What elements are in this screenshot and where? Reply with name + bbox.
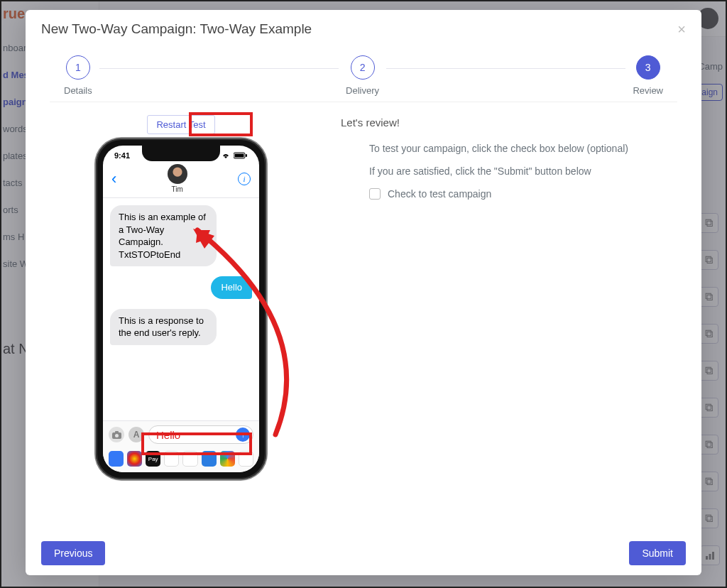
message-incoming: This is a response to the end user's rep…	[110, 309, 217, 345]
step-number: 1	[66, 55, 90, 80]
tray-app-icon[interactable]	[182, 451, 197, 467]
tray-app-icon[interactable]	[109, 451, 124, 467]
step-number: 3	[636, 55, 660, 80]
step-review[interactable]: 3 Review	[625, 55, 670, 96]
previous-button[interactable]: Previous	[41, 541, 105, 565]
preview-column: Restart Test 9:41	[50, 115, 312, 479]
tray-app-icon[interactable]	[220, 451, 235, 467]
phone-screen: 9:41 ‹ Ti	[103, 146, 259, 472]
review-column: Let's review! To test your campaign, cli…	[327, 115, 677, 479]
message-outgoing: Hello	[211, 276, 252, 299]
message-input-bar: A Hello ↑	[103, 420, 259, 448]
phone-preview: 9:41 ‹ Ti	[96, 138, 266, 479]
contact-name: Tim	[168, 185, 187, 193]
status-time: 9:41	[114, 151, 130, 160]
review-instruction-2: If you are satisfied, click the "Submit"…	[341, 165, 677, 177]
phone-frame: 9:41 ‹ Ti	[96, 138, 266, 479]
wifi-icon	[221, 152, 231, 159]
contact-avatar	[168, 164, 187, 184]
send-button[interactable]: ↑	[236, 428, 250, 442]
info-icon[interactable]: i	[238, 173, 251, 185]
tray-app-icon[interactable]	[164, 451, 179, 467]
back-chevron-icon[interactable]: ‹	[111, 170, 116, 188]
message-incoming: This is an example of a Two-Way Campaign…	[110, 205, 217, 266]
svg-point-12	[115, 434, 119, 437]
app-tray: Pay	[103, 448, 259, 472]
step-delivery[interactable]: 2 Delivery	[339, 55, 386, 96]
step-label: Delivery	[346, 85, 379, 96]
step-label: Review	[633, 85, 663, 96]
tray-app-icon[interactable]	[202, 451, 217, 467]
appstore-icon[interactable]: A	[129, 427, 144, 442]
restart-test-button[interactable]: Restart Test	[147, 115, 214, 134]
camera-icon[interactable]	[109, 427, 124, 442]
messages-list: This is an example of a Two-Way Campaign…	[103, 198, 259, 420]
modal-title: New Two-Way Campaign: Two-Way Example	[41, 21, 312, 37]
content-row: Restart Test 9:41	[50, 115, 677, 479]
tray-app-icon[interactable]	[239, 451, 253, 467]
svg-rect-8	[235, 154, 244, 158]
message-input[interactable]: Hello ↑	[148, 425, 253, 444]
test-campaign-checkbox[interactable]	[369, 188, 381, 200]
tray-app-icon[interactable]: Pay	[146, 451, 160, 467]
review-instruction-1: To test your campaign, click the check b…	[341, 143, 677, 154]
step-number: 2	[351, 55, 375, 80]
modal-body: 1 Details 2 Delivery 3 Review Restart Te…	[26, 48, 701, 533]
step-details[interactable]: 1 Details	[57, 55, 99, 96]
battery-icon	[234, 152, 248, 159]
campaign-modal: New Two-Way Campaign: Two-Way Example × …	[26, 10, 701, 575]
step-label: Details	[64, 85, 92, 96]
review-heading: Let's review!	[341, 116, 677, 129]
svg-rect-11	[115, 431, 119, 433]
stepper: 1 Details 2 Delivery 3 Review	[50, 55, 677, 102]
messages-nav-bar: ‹ Tim i	[103, 161, 259, 198]
submit-button[interactable]: Submit	[629, 541, 686, 565]
phone-notch	[142, 146, 220, 161]
test-campaign-label: Check to test campaign	[388, 188, 491, 200]
svg-rect-9	[246, 154, 247, 157]
input-text: Hello	[156, 429, 180, 441]
contact-header[interactable]: Tim	[168, 164, 187, 193]
modal-header: New Two-Way Campaign: Two-Way Example ×	[26, 10, 701, 48]
test-campaign-row: Check to test campaign	[341, 188, 677, 200]
close-icon[interactable]: ×	[677, 22, 686, 36]
modal-footer: Previous Submit	[26, 533, 701, 575]
tray-app-icon[interactable]	[127, 451, 142, 467]
